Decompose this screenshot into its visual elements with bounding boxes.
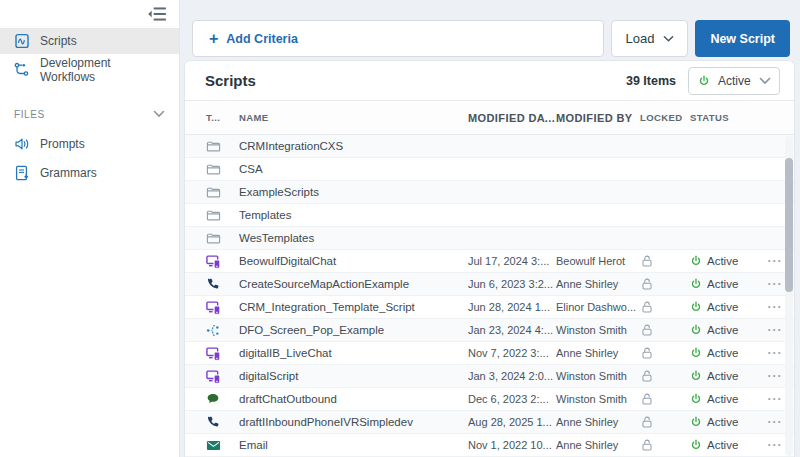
table-row[interactable]: draftIInboundPhoneIVRSimpledev Aug 28, 2… xyxy=(185,411,794,434)
row-modified-by: Elinor Dashwo... xyxy=(556,301,640,313)
row-modified-date: Jan 23, 2024 4:... xyxy=(468,324,556,336)
row-modified-by: Anne Shirley xyxy=(556,278,640,290)
column-header-type[interactable]: T... xyxy=(185,112,239,123)
row-status: Active xyxy=(707,278,738,290)
chat-icon xyxy=(206,392,221,407)
row-name: DFO_Screen_Pop_Example xyxy=(239,324,468,336)
row-name: ExampleScripts xyxy=(239,186,468,198)
folder-icon xyxy=(206,185,221,200)
row-modified-date: Nov 1, 2022 10... xyxy=(468,439,556,451)
add-criteria-button[interactable]: + Add Criteria xyxy=(192,20,604,57)
row-name: CRMIntegrationCXS xyxy=(239,140,468,152)
table-row[interactable]: CRMIntegrationCXS xyxy=(185,135,794,158)
row-modified-date: Jun 28, 2024 1... xyxy=(468,301,556,313)
table-row[interactable]: digitalScript Jan 3, 2024 2:0... Winston… xyxy=(185,365,794,388)
lock-icon xyxy=(640,277,654,291)
files-section-header[interactable]: FILES xyxy=(0,105,179,123)
row-status: Active xyxy=(707,439,738,451)
folder-icon xyxy=(206,139,221,154)
row-modified-date: Aug 28, 2025 1... xyxy=(468,416,556,428)
grammar-document-icon xyxy=(14,165,30,181)
status-filter-value: Active xyxy=(718,74,751,88)
items-count: 39 Items xyxy=(626,74,676,88)
row-name: CRM_Integration_Template_Script xyxy=(239,301,468,313)
row-modified-by: Winston Smith xyxy=(556,370,640,382)
sidebar-item-label: Grammars xyxy=(40,166,97,180)
power-icon xyxy=(690,324,702,336)
new-script-button[interactable]: New Script xyxy=(695,20,790,57)
add-criteria-label: Add Criteria xyxy=(226,32,298,46)
row-name: Email xyxy=(239,439,468,451)
sidebar-item-development-workflows[interactable]: Development Workflows xyxy=(0,57,179,83)
page-title: Scripts xyxy=(205,72,256,89)
row-status: Active xyxy=(707,255,738,267)
power-icon xyxy=(690,416,702,428)
dfo-icon xyxy=(206,323,221,338)
lock-icon xyxy=(640,323,654,337)
table-row[interactable]: digitalIB_LiveChat Nov 7, 2022 3:... Ann… xyxy=(185,342,794,365)
toolbar: + Add Criteria Load New Script xyxy=(192,20,790,57)
power-icon xyxy=(690,255,702,267)
digital-icon xyxy=(206,254,221,269)
row-status: Active xyxy=(707,324,738,336)
menu-fold-icon[interactable] xyxy=(147,6,167,22)
phone-icon xyxy=(206,415,221,430)
sidebar-item-label: Prompts xyxy=(40,137,85,151)
panel-header: Scripts 39 Items Active xyxy=(185,61,794,101)
script-document-icon xyxy=(14,33,30,49)
speaker-icon xyxy=(14,136,30,152)
column-header-modified-date[interactable]: MODIFIED DATE xyxy=(468,112,556,124)
load-button[interactable]: Load xyxy=(611,20,688,57)
row-status: Active xyxy=(707,370,738,382)
row-modified-date: Dec 6, 2023 2:... xyxy=(468,393,556,405)
row-modified-by: Winston Smith xyxy=(556,393,640,405)
row-name: digitalIB_LiveChat xyxy=(239,347,468,359)
vertical-scrollbar[interactable] xyxy=(785,136,793,456)
table-row[interactable]: CSA xyxy=(185,158,794,181)
email-icon xyxy=(206,438,221,453)
column-header-modified-by[interactable]: MODIFIED BY xyxy=(556,112,640,124)
load-label: Load xyxy=(625,31,654,46)
table-row[interactable]: ExampleScripts xyxy=(185,181,794,204)
table-row[interactable]: BeowulfDigitalChat Jul 17, 2024 3:... Be… xyxy=(185,250,794,273)
row-status: Active xyxy=(707,393,738,405)
row-name: Templates xyxy=(239,209,468,221)
table-header-row: T... NAME MODIFIED DATE MODIFIED BY LOCK… xyxy=(185,101,794,135)
scrollbar-thumb[interactable] xyxy=(785,158,793,292)
lock-icon xyxy=(640,369,654,383)
table-row[interactable]: CreateSourceMapActionExample Jun 6, 2023… xyxy=(185,273,794,296)
column-header-status[interactable]: STATUS xyxy=(690,112,756,123)
chevron-down-icon xyxy=(663,35,674,43)
table-body: CRMIntegrationCXS CSA ExampleScripts Tem… xyxy=(185,135,794,457)
power-icon xyxy=(690,278,702,290)
power-icon xyxy=(698,75,710,87)
sidebar: Scripts Development Workflows FILES Prom… xyxy=(0,0,180,457)
table-row[interactable]: Templates xyxy=(185,204,794,227)
chevron-down-icon xyxy=(759,77,771,85)
row-status: Active xyxy=(707,347,738,359)
table-row[interactable]: DFO_Screen_Pop_Example Jan 23, 2024 4:..… xyxy=(185,319,794,342)
power-icon xyxy=(690,393,702,405)
row-modified-by: Anne Shirley xyxy=(556,347,640,359)
sidebar-item-grammars[interactable]: Grammars xyxy=(0,160,179,186)
row-name: draftIInboundPhoneIVRSimpledev xyxy=(239,416,468,428)
column-header-locked[interactable]: LOCKED xyxy=(640,112,690,123)
table-row[interactable]: draftChatOutbound Dec 6, 2023 2:... Wins… xyxy=(185,388,794,411)
table-row[interactable]: Email Nov 1, 2022 10... Anne Shirley Act… xyxy=(185,434,794,457)
table-row[interactable]: CRM_Integration_Template_Script Jun 28, … xyxy=(185,296,794,319)
row-name: digitalScript xyxy=(239,370,468,382)
row-name: draftChatOutbound xyxy=(239,393,468,405)
row-name: BeowulfDigitalChat xyxy=(239,255,468,267)
table-row[interactable]: WesTemplates xyxy=(185,227,794,250)
row-modified-by: Anne Shirley xyxy=(556,439,640,451)
row-modified-date: Jul 17, 2024 3:... xyxy=(468,255,556,267)
row-status: Active xyxy=(707,416,738,428)
status-filter-dropdown[interactable]: Active xyxy=(688,67,780,95)
digital-icon xyxy=(206,346,221,361)
power-icon xyxy=(690,347,702,359)
column-header-name[interactable]: NAME xyxy=(239,112,468,123)
sidebar-item-scripts[interactable]: Scripts xyxy=(0,28,179,54)
lock-icon xyxy=(640,415,654,429)
sidebar-item-prompts[interactable]: Prompts xyxy=(0,131,179,157)
phone-icon xyxy=(206,277,221,292)
